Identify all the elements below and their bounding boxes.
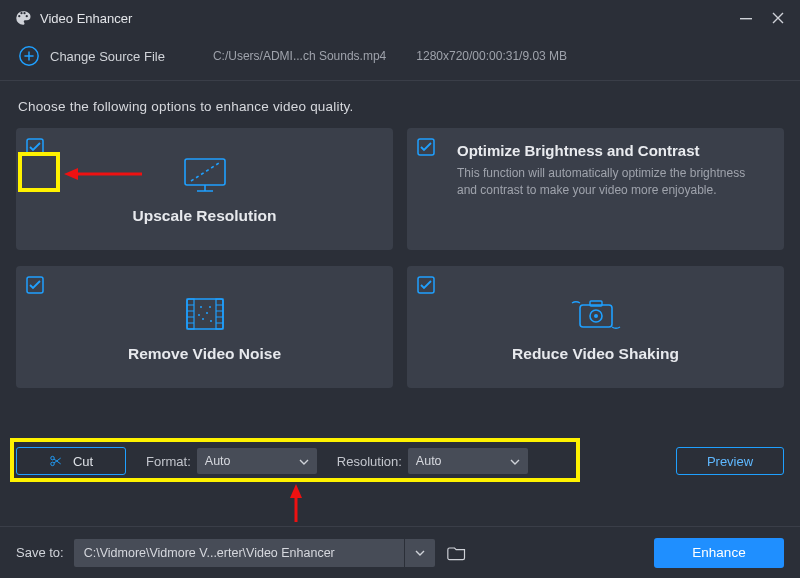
cut-button[interactable]: Cut (16, 447, 126, 475)
svg-point-21 (198, 314, 200, 316)
resolution-dropdown[interactable]: Auto (408, 448, 528, 474)
change-source-button[interactable]: Change Source File (50, 49, 165, 64)
minimize-button[interactable] (732, 4, 760, 32)
card-reduce-shaking[interactable]: Reduce Video Shaking (407, 266, 784, 388)
card-title: Remove Video Noise (128, 345, 281, 363)
options-grid: Upscale Resolution Optimize Brightness a… (0, 128, 800, 388)
cut-label: Cut (73, 454, 93, 469)
card-title: Reduce Video Shaking (512, 345, 679, 363)
card-description: This function will automatically optimiz… (457, 165, 757, 200)
format-label: Format: (146, 454, 191, 469)
titlebar: Video Enhancer (0, 0, 800, 36)
save-path-text: C:\Vidmore\Vidmore V...erter\Video Enhan… (84, 546, 335, 560)
checkbox-noise[interactable] (26, 276, 44, 294)
svg-point-27 (594, 314, 598, 318)
format-dropdown[interactable]: Auto (197, 448, 317, 474)
card-title: Optimize Brightness and Contrast (457, 142, 757, 159)
save-path-dropdown[interactable] (405, 539, 435, 567)
svg-marker-33 (290, 484, 302, 498)
checkbox-upscale[interactable] (26, 138, 44, 156)
window-title: Video Enhancer (40, 11, 132, 26)
add-icon[interactable] (18, 45, 40, 67)
controls-row: Cut Format: Auto Resolution: Auto Previe… (16, 444, 784, 478)
resolution-value: Auto (416, 454, 442, 468)
svg-point-18 (206, 312, 208, 314)
checkbox-shaking[interactable] (417, 276, 435, 294)
format-value: Auto (205, 454, 231, 468)
svg-point-19 (202, 318, 204, 320)
palette-icon (14, 9, 32, 27)
card-upscale-resolution[interactable]: Upscale Resolution (16, 128, 393, 250)
open-folder-button[interactable] (443, 539, 471, 567)
monitor-icon (177, 155, 233, 199)
scissors-icon (49, 454, 63, 468)
source-meta: 1280x720/00:00:31/9.03 MB (416, 49, 567, 63)
svg-rect-0 (740, 18, 752, 19)
save-path-field[interactable]: C:\Vidmore\Vidmore V...erter\Video Enhan… (74, 539, 404, 567)
card-remove-noise[interactable]: Remove Video Noise (16, 266, 393, 388)
card-title: Upscale Resolution (133, 207, 277, 225)
checkbox-brightness[interactable] (417, 138, 435, 156)
preview-label: Preview (707, 454, 753, 469)
svg-rect-8 (216, 299, 223, 329)
film-noise-icon (181, 293, 229, 337)
instruction-text: Choose the following options to enhance … (0, 81, 800, 128)
svg-point-20 (209, 306, 211, 308)
annotation-arrow-up (288, 484, 304, 524)
enhance-label: Enhance (692, 545, 745, 560)
svg-point-22 (210, 320, 212, 322)
chevron-down-icon (299, 456, 309, 470)
card-brightness-contrast[interactable]: Optimize Brightness and Contrast This fu… (407, 128, 784, 250)
preview-button[interactable]: Preview (676, 447, 784, 475)
svg-rect-7 (187, 299, 194, 329)
svg-rect-3 (185, 159, 225, 185)
svg-rect-6 (187, 299, 223, 329)
source-path: C:/Users/ADMI...ch Sounds.mp4 (213, 49, 386, 63)
resolution-label: Resolution: (337, 454, 402, 469)
chevron-down-icon (510, 456, 520, 470)
close-button[interactable] (764, 4, 792, 32)
save-to-label: Save to: (16, 545, 64, 560)
source-bar: Change Source File C:/Users/ADMI...ch So… (0, 36, 800, 76)
enhance-button[interactable]: Enhance (654, 538, 784, 568)
bottom-bar: Save to: C:\Vidmore\Vidmore V...erter\Vi… (0, 526, 800, 578)
svg-point-17 (200, 306, 202, 308)
camera-shake-icon (564, 293, 628, 337)
